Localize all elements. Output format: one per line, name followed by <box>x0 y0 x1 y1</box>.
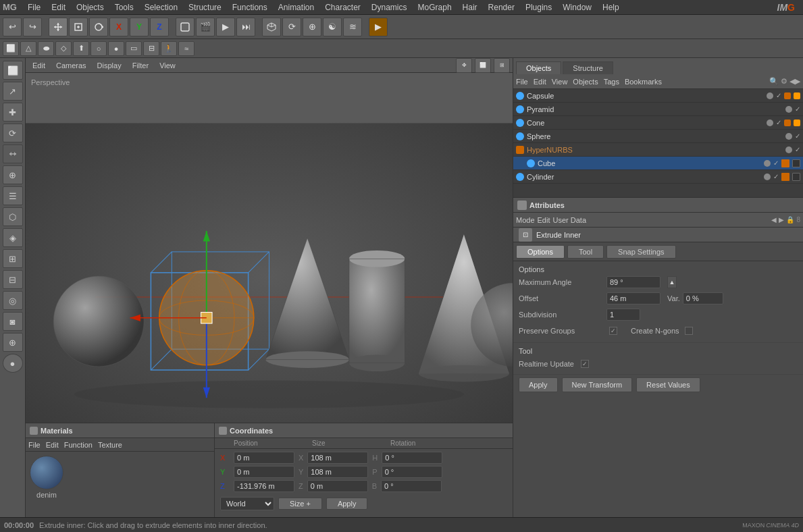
max-angle-input[interactable] <box>606 276 660 288</box>
mat-texture[interactable]: Texture <box>98 441 122 449</box>
obj-sphere[interactable]: Sphere ✓ <box>513 130 803 143</box>
menu-tools[interactable]: Tools <box>109 1 139 14</box>
obj-cylinder[interactable]: Cylinder ✓ <box>513 170 803 184</box>
coords-apply-btn[interactable]: Apply <box>326 498 368 510</box>
menu-file[interactable]: File <box>22 1 46 14</box>
hypernurbs-check[interactable]: ✓ <box>795 146 800 153</box>
obj-file[interactable]: File <box>516 78 528 86</box>
x-axis-btn[interactable]: X <box>109 18 128 36</box>
apply-button[interactable]: Apply <box>519 377 558 392</box>
menu-structure[interactable]: Structure <box>183 1 227 14</box>
vp-icon-2[interactable]: ⬜ <box>475 58 491 73</box>
sidebar-btn-1[interactable]: ⬜ <box>3 61 23 80</box>
create-ngons-check[interactable] <box>685 327 693 335</box>
y-rot[interactable] <box>382 466 442 478</box>
dot-btn[interactable]: ● <box>108 41 124 56</box>
sidebar-btn-11[interactable]: ⊟ <box>3 270 23 289</box>
scale-btn[interactable] <box>69 18 88 36</box>
arrow-btn[interactable]: ⬆ <box>73 41 89 56</box>
obj-cone[interactable]: Cone ✓ <box>513 116 803 130</box>
attr-mode[interactable]: Mode <box>516 216 535 224</box>
pyramid-vis-dot[interactable] <box>785 106 792 113</box>
menu-render[interactable]: Render <box>483 1 520 14</box>
select-all-btn[interactable]: ⬜ <box>3 41 19 56</box>
menu-selection[interactable]: Selection <box>139 1 183 14</box>
menu-functions[interactable]: Functions <box>227 1 273 14</box>
material-item-denim[interactable]: denim <box>30 456 63 499</box>
vp-view[interactable]: View <box>155 60 180 71</box>
mat-function[interactable]: Function <box>64 441 93 449</box>
obj-view[interactable]: View <box>552 78 568 86</box>
preserve-groups-check[interactable] <box>609 327 617 335</box>
sidebar-btn-4[interactable]: ⟳ <box>3 124 23 142</box>
menu-mograph[interactable]: MoGraph <box>413 1 457 14</box>
menu-window[interactable]: Window <box>557 1 597 14</box>
sidebar-btn-10[interactable]: ⊞ <box>3 249 23 268</box>
tab-snap-settings[interactable]: Snap Settings <box>606 245 676 259</box>
vp-filter[interactable]: Filter <box>128 60 153 71</box>
video-btn[interactable]: ▶ <box>216 18 235 36</box>
obj-objects[interactable]: Objects <box>573 78 598 86</box>
capsule-vis-dot[interactable] <box>767 92 773 99</box>
sidebar-btn-12[interactable]: ◎ <box>3 291 23 310</box>
z-size[interactable] <box>307 480 368 492</box>
y-axis-btn[interactable]: Y <box>130 18 149 36</box>
menu-objects[interactable]: Objects <box>71 1 109 14</box>
attr-prev-icon[interactable]: ◀ <box>771 216 777 223</box>
realtime-check[interactable] <box>581 360 589 368</box>
z-pos[interactable] <box>234 480 294 492</box>
cylinder-vis-dot[interactable] <box>764 174 771 180</box>
sidebar-btn-13[interactable]: ◙ <box>3 312 23 331</box>
menu-edit[interactable]: Edit <box>46 1 71 14</box>
obj-config-icon[interactable]: ⚙ <box>781 77 787 86</box>
obj-edit[interactable]: Edit <box>534 78 546 86</box>
rect-btn[interactable]: ▭ <box>126 41 142 56</box>
sidebar-btn-6[interactable]: ⊕ <box>3 165 23 184</box>
sphere-check[interactable]: ✓ <box>795 132 800 140</box>
subdivision-input[interactable] <box>606 309 640 321</box>
attr-userdata[interactable]: User Data <box>553 216 587 224</box>
capsule-check[interactable]: ✓ <box>776 92 781 99</box>
reset-values-button[interactable]: Reset Values <box>636 377 700 392</box>
sym-btn[interactable]: ☯ <box>323 18 342 36</box>
refresh-btn[interactable]: ⟳ <box>282 18 301 36</box>
attr-next-icon[interactable]: ▶ <box>779 216 784 223</box>
tab-tool[interactable]: Tool <box>567 245 604 259</box>
cube-vis-dot[interactable] <box>764 160 771 167</box>
capsule-btn[interactable]: ⬬ <box>38 41 54 56</box>
obj-bookmarks[interactable]: Bookmarks <box>625 78 662 86</box>
vp-icon-3[interactable]: ⊞ <box>494 58 510 73</box>
tab-objects[interactable]: Objects <box>516 61 561 74</box>
obj-capsule[interactable]: Capsule ✓ <box>513 89 803 103</box>
sidebar-btn-7[interactable]: ☰ <box>3 186 23 205</box>
coords-size-btn[interactable]: Size + <box>278 498 322 510</box>
obj-tags[interactable]: Tags <box>604 78 619 86</box>
tab-structure[interactable]: Structure <box>563 61 613 74</box>
sidebar-btn-5[interactable] <box>3 144 23 163</box>
sidebar-btn-9[interactable]: ◈ <box>3 228 23 247</box>
diamond-btn[interactable]: ◇ <box>55 41 72 56</box>
person-btn[interactable]: 🚶 <box>161 41 177 56</box>
z-rot[interactable] <box>381 480 442 492</box>
deform-btn[interactable]: ≋ <box>343 18 362 36</box>
redo-btn[interactable]: ↪ <box>23 18 42 36</box>
clapper-btn[interactable]: 🎬 <box>196 18 215 36</box>
mat-edit[interactable]: Edit <box>46 441 59 449</box>
y-size[interactable] <box>307 466 368 478</box>
sidebar-btn-2[interactable]: ↗ <box>3 82 23 101</box>
circle-btn[interactable]: ○ <box>90 41 107 56</box>
obj-cube[interactable]: Cube ✓ <box>513 157 803 170</box>
coords-mode-dropdown[interactable]: World Object <box>220 497 274 510</box>
cylinder-check[interactable]: ✓ <box>773 173 779 180</box>
cube-check[interactable]: ✓ <box>773 159 779 167</box>
cone-check[interactable]: ✓ <box>776 119 781 126</box>
undo-btn[interactable]: ↩ <box>3 18 22 36</box>
sphere-vis-dot[interactable] <box>785 133 792 140</box>
menu-animation[interactable]: Animation <box>273 1 319 14</box>
new-transform-button[interactable]: New Transform <box>562 377 633 392</box>
move-btn[interactable] <box>49 18 68 36</box>
viewport[interactable]: Perspective <box>26 73 513 479</box>
x-rot[interactable] <box>382 452 442 464</box>
vp-icon-1[interactable]: ✥ <box>456 58 472 73</box>
sidebar-btn-14[interactable]: ⊕ <box>3 333 23 352</box>
